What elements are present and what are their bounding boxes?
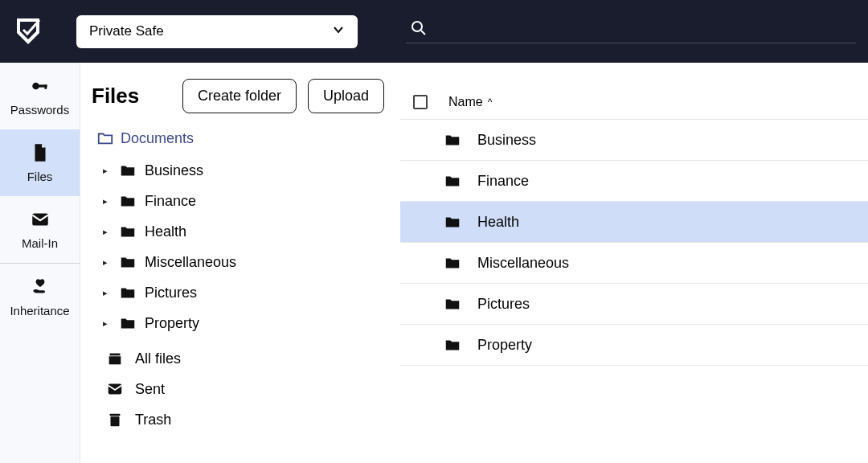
svg-point-0 <box>412 22 422 31</box>
tree-item-label: Business <box>145 162 203 179</box>
tree-root-documents[interactable]: Documents <box>92 129 384 147</box>
chevron-down-icon <box>332 23 345 40</box>
folder-icon <box>119 162 137 179</box>
tree-allfiles[interactable]: All files <box>103 343 384 374</box>
tree-trash[interactable]: Trash <box>103 404 384 435</box>
folder-icon <box>444 172 461 190</box>
sort-asc-icon: ^ <box>488 96 493 108</box>
create-folder-button[interactable]: Create folder <box>182 79 297 113</box>
folder-icon <box>444 336 461 354</box>
list-row[interactable]: Health <box>400 202 868 243</box>
svg-rect-9 <box>110 414 121 416</box>
folder-icon <box>444 131 461 149</box>
row-name: Miscellaneous <box>477 255 569 272</box>
tree-item-health[interactable]: ▸ Health <box>100 216 384 247</box>
tree-item-finance[interactable]: ▸ Finance <box>100 186 384 216</box>
file-list: Name ^ Business Finance Health Miscellan… <box>400 63 868 463</box>
folder-icon <box>119 192 137 210</box>
app-logo <box>12 15 44 47</box>
tree-item-miscellaneous[interactable]: ▸ Miscellaneous <box>100 247 384 277</box>
svg-rect-4 <box>44 84 47 88</box>
list-row[interactable]: Finance <box>400 161 868 202</box>
key-icon <box>30 76 51 96</box>
nav-label: Inheritance <box>10 304 69 318</box>
tree-root-label: Documents <box>121 130 194 147</box>
tree-item-pictures[interactable]: ▸ Pictures <box>100 277 384 308</box>
list-row[interactable]: Property <box>400 325 868 366</box>
nav-label: Passwords <box>10 103 69 117</box>
nav-item-mailin[interactable]: Mail-In <box>0 196 80 263</box>
caret-right-icon: ▸ <box>103 166 111 176</box>
tree-item-label: Miscellaneous <box>145 254 236 271</box>
folder-icon <box>119 284 137 301</box>
caret-right-icon: ▸ <box>103 288 111 298</box>
row-name: Pictures <box>477 296 530 313</box>
tree-item-property[interactable]: ▸ Property <box>100 308 384 338</box>
trash-icon <box>106 411 124 428</box>
inbox-icon <box>106 350 124 367</box>
svg-line-1 <box>421 31 425 35</box>
nav-item-inheritance[interactable]: Inheritance <box>0 264 80 330</box>
folder-icon <box>444 213 461 231</box>
shield-check-icon <box>12 15 44 47</box>
nav-label: Files <box>27 170 53 183</box>
svg-rect-6 <box>110 354 121 356</box>
tree-other-label: Sent <box>135 381 165 398</box>
nav-sidebar: Passwords Files Mail-In Inheritance <box>0 63 80 463</box>
hand-heart-icon <box>30 277 51 297</box>
caret-right-icon: ▸ <box>103 227 111 237</box>
tree-item-label: Finance <box>145 193 196 210</box>
tree-item-label: Property <box>145 315 199 332</box>
search-icon <box>406 20 432 39</box>
tree-other-label: Trash <box>135 412 171 428</box>
tree-sent[interactable]: Sent <box>103 374 384 404</box>
row-name: Property <box>477 337 532 354</box>
row-name: Business <box>477 132 536 149</box>
tree-item-label: Pictures <box>145 285 197 301</box>
nav-item-passwords[interactable]: Passwords <box>0 63 80 129</box>
list-row[interactable]: Business <box>400 120 868 161</box>
tree-item-label: Health <box>145 223 186 240</box>
caret-right-icon: ▸ <box>103 318 111 329</box>
folder-icon <box>444 254 461 272</box>
row-name: Finance <box>477 173 529 190</box>
mail-icon <box>106 380 124 398</box>
nav-item-files[interactable]: Files <box>0 129 80 196</box>
select-all-checkbox[interactable] <box>413 95 428 109</box>
list-row[interactable]: Miscellaneous <box>400 243 868 284</box>
folder-icon <box>119 314 137 332</box>
mail-icon <box>30 209 51 230</box>
folder-icon <box>119 223 137 240</box>
list-header: Name ^ <box>400 85 868 120</box>
tree-other-label: All files <box>135 350 181 367</box>
safe-selector[interactable]: Private Safe <box>76 15 358 48</box>
tree-panel: Files Create folder Upload Documents ▸ B… <box>80 63 400 463</box>
row-name: Health <box>477 214 519 231</box>
nav-label: Mail-In <box>22 236 58 250</box>
column-header-name[interactable]: Name ^ <box>448 95 492 109</box>
list-row[interactable]: Pictures <box>400 284 868 325</box>
svg-point-2 <box>32 83 39 90</box>
caret-right-icon: ▸ <box>103 257 111 268</box>
caret-right-icon: ▸ <box>103 196 111 207</box>
column-header-label: Name <box>448 95 483 109</box>
app-header: Private Safe <box>0 0 868 63</box>
folder-open-icon <box>96 129 114 147</box>
folder-icon <box>119 253 137 271</box>
tree-item-business[interactable]: ▸ Business <box>100 155 384 186</box>
page-title: Files <box>92 84 139 109</box>
file-icon <box>30 142 51 163</box>
search-input[interactable] <box>406 20 856 43</box>
svg-rect-8 <box>111 416 120 426</box>
folder-icon <box>444 295 461 313</box>
upload-button[interactable]: Upload <box>308 79 384 113</box>
safe-selector-label: Private Safe <box>89 23 164 39</box>
